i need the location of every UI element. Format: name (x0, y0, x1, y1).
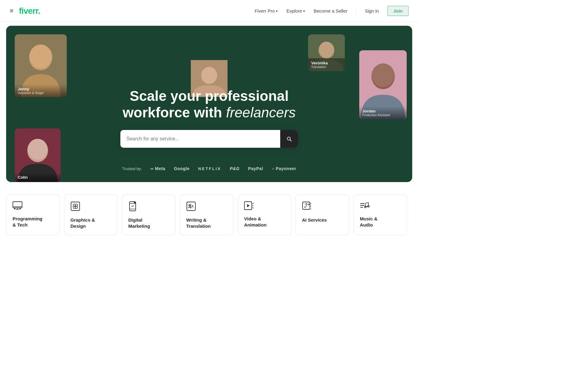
search-icon (286, 136, 292, 142)
payoneer-logo: ○ Payoneer (272, 166, 296, 171)
nav-links: Fiverr Pro ▾ Explore ▾ Become a Seller S… (255, 6, 409, 16)
sign-in-link[interactable]: Sign in (365, 8, 379, 13)
category-ai-services[interactable]: ✦ AI Services (296, 194, 349, 235)
writing-translation-icon: 文 A (186, 201, 227, 213)
trusted-label: Trusted by: (122, 166, 142, 171)
categories-section: Programming& Tech Graphics &Design Digit (0, 186, 418, 244)
category-video-animation[interactable]: Video &Animation (238, 194, 291, 235)
svg-point-39 (308, 204, 309, 205)
svg-text:✦: ✦ (304, 206, 306, 209)
become-seller-link[interactable]: Become a Seller (314, 8, 347, 13)
site-logo[interactable]: fiverr. (19, 6, 40, 16)
music-audio-icon (360, 201, 401, 211)
svg-point-18 (14, 208, 15, 209)
pg-logo: P&G (230, 166, 239, 171)
writing-translation-label: Writing &Translation (186, 217, 227, 229)
svg-rect-14 (13, 202, 22, 208)
freelancer-card-colin: Colin (15, 128, 61, 182)
graphics-design-icon (70, 201, 111, 213)
programming-tech-label: Programming& Tech (13, 216, 53, 228)
svg-marker-34 (247, 204, 250, 207)
category-writing-translation[interactable]: 文 A Writing &Translation (180, 194, 233, 235)
fiverr-pro-link[interactable]: Fiverr Pro ▾ (255, 8, 278, 13)
netflix-logo: NETFLIX (198, 166, 221, 171)
join-button[interactable]: Join (387, 6, 409, 16)
svg-point-2 (30, 45, 52, 68)
svg-text:A: A (191, 204, 194, 208)
svg-point-13 (201, 67, 217, 84)
category-music-audio[interactable]: Music &Audio (353, 194, 407, 235)
paypal-logo: PayPal (248, 166, 263, 171)
search-button[interactable] (280, 130, 298, 148)
hero-title: Scale your professional workforce with f… (120, 88, 298, 121)
programming-tech-icon (13, 201, 53, 211)
svg-point-19 (20, 208, 21, 209)
search-input[interactable] (120, 130, 280, 148)
music-audio-label: Music &Audio (360, 216, 401, 228)
trusted-bar: Trusted by: ∞ Meta Google NETFLIX P&G Pa… (122, 166, 296, 171)
nav-divider (356, 8, 356, 14)
freelancer-card-jenny: Jenny Voiceover & Singer (15, 34, 67, 97)
chevron-down-icon: ▾ (276, 9, 278, 13)
hero-search-bar (120, 130, 298, 148)
veronika-label: Veronika Translation (308, 58, 345, 71)
freelancer-card-veronika: Veronika Translation (308, 34, 345, 71)
graphics-design-label: Graphics &Design (70, 217, 111, 229)
hero-section: Jenny Voiceover & Singer Colin Veronika … (6, 26, 412, 182)
explore-link[interactable]: Explore ▾ (286, 8, 305, 13)
colin-label: Colin (15, 173, 61, 182)
category-graphics-design[interactable]: Graphics &Design (64, 194, 118, 235)
jenny-label: Jenny Voiceover & Singer (15, 84, 67, 97)
category-programming-tech[interactable]: Programming& Tech (6, 194, 60, 235)
hero-content: Scale your professional workforce with f… (120, 88, 298, 148)
ai-services-icon: ✦ (302, 201, 343, 213)
freelancer-card-jordan: Jordan Production Assistant (359, 50, 407, 119)
meta-logo: ∞ Meta (150, 166, 165, 171)
hamburger-icon[interactable]: ≡ (10, 7, 13, 14)
svg-point-28 (134, 202, 136, 204)
svg-line-37 (252, 208, 254, 208)
chevron-down-icon: ▾ (303, 9, 305, 13)
video-animation-label: Video &Animation (244, 216, 285, 228)
google-logo: Google (174, 166, 190, 171)
jordan-label: Jordan Production Assistant (359, 106, 407, 119)
svg-point-5 (28, 139, 47, 160)
digital-marketing-label: DigitalMarketing (128, 217, 169, 229)
svg-point-11 (372, 64, 394, 87)
svg-point-8 (319, 42, 334, 58)
video-animation-icon (244, 201, 285, 211)
svg-line-35 (252, 203, 254, 204)
ai-services-label: AI Services (302, 217, 343, 223)
navbar: ≡ fiverr. Fiverr Pro ▾ Explore ▾ Become … (0, 0, 418, 22)
digital-marketing-icon (128, 201, 169, 213)
category-digital-marketing[interactable]: DigitalMarketing (122, 194, 175, 235)
